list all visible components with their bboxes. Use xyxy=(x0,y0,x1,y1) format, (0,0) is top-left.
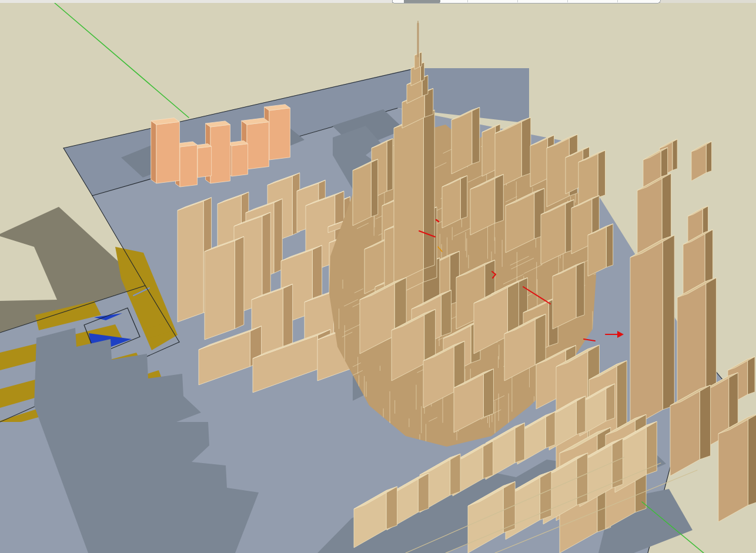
right-tall-towers-0-side xyxy=(748,357,755,394)
right-tall-towers-5-side xyxy=(663,235,674,410)
scrollbar-handle[interactable] xyxy=(404,0,440,3)
right-tall-towers-2-side xyxy=(673,139,677,170)
topbar-strip-right xyxy=(660,0,756,3)
bottom-row-north-0-side xyxy=(606,384,615,421)
salmon-row-4-front xyxy=(198,146,212,177)
mid-foreground-wall-8-side xyxy=(483,369,493,417)
salmon-row-2-front xyxy=(232,144,248,176)
city-back-blocks-22-side xyxy=(576,262,584,318)
city-back-blocks-8-side xyxy=(598,150,605,197)
right-tall-towers-1-side xyxy=(706,142,711,173)
mid-foreground-wall-0-side xyxy=(441,290,451,336)
mid-foreground-wall-3-side xyxy=(535,314,546,365)
bottom-row-north-1-side xyxy=(576,396,586,435)
city-back-blocks-2-front xyxy=(451,110,472,174)
bottom-row-north-6-side xyxy=(418,473,429,512)
salmon-row-6-front xyxy=(156,122,179,183)
empire-tower-2-side xyxy=(423,110,434,269)
city-back-blocks-11-side xyxy=(495,175,504,223)
bottom-row-north-5-side xyxy=(450,454,461,495)
left-cluster-11-side xyxy=(283,284,292,347)
left-cluster-8-front xyxy=(205,241,235,340)
salmon-row-0-front xyxy=(269,108,290,160)
right-tall-towers-11-side xyxy=(748,413,756,505)
city-back-blocks-10-side xyxy=(460,176,467,219)
salmon-row-6-side xyxy=(151,120,156,183)
viewport-3d[interactable] xyxy=(0,0,756,553)
salmon-row-5-front xyxy=(180,145,198,187)
city-back-blocks-0-side xyxy=(387,139,393,191)
bottom-row-north-3-side xyxy=(515,423,525,463)
salmon-row-1-front xyxy=(247,122,269,169)
city-back-blocks-4-side xyxy=(521,118,531,176)
right-tall-towers-10-side xyxy=(700,386,710,460)
empire-tower-6-side xyxy=(420,52,422,67)
right-tall-towers-11-front xyxy=(718,417,748,522)
left-cluster-6-side xyxy=(262,212,270,304)
city-back-blocks-15-side xyxy=(606,224,613,267)
city-back-blocks-1-side xyxy=(371,159,377,217)
right-tall-towers-5-front xyxy=(630,239,663,428)
salmon-row-3-front xyxy=(210,125,230,183)
left-cluster-8-side xyxy=(235,236,244,329)
empire-tower-2-front xyxy=(394,114,423,283)
scene-svg[interactable] xyxy=(0,0,756,553)
city-back-blocks-2-side xyxy=(472,108,480,165)
city-back-blocks-1-front xyxy=(353,162,371,226)
top-scrollbar-sliver xyxy=(0,0,756,4)
city-back-blocks-3-front xyxy=(482,126,496,176)
bottom-row-south-1-side xyxy=(612,438,623,488)
bottom-row-south-4-side xyxy=(503,482,515,533)
bottom-row-north-7-side xyxy=(386,487,397,529)
bottom-row-north-2-side xyxy=(546,412,555,448)
bottom-row-north-4-side xyxy=(483,441,493,478)
left-cluster-5-front xyxy=(178,201,203,322)
